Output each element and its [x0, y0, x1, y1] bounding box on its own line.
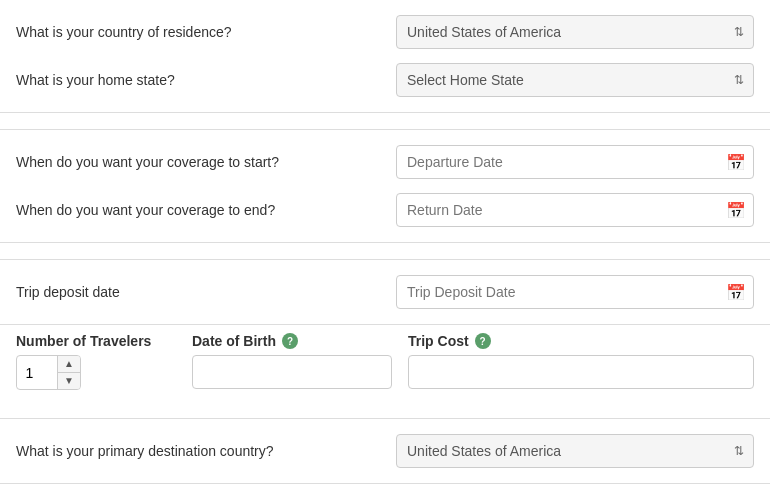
coverage-start-control: 📅	[396, 145, 754, 179]
insurance-form: What is your country of residence? Unite…	[0, 0, 770, 484]
dob-input[interactable]	[192, 355, 392, 389]
travelers-spinner: ▲ ▼	[16, 355, 81, 390]
destination-section: What is your primary destination country…	[0, 419, 770, 484]
country-row: What is your country of residence? Unite…	[16, 12, 754, 52]
deposit-date-row: Trip deposit date 📅	[16, 272, 754, 312]
home-state-control: Select Home State ⇅	[396, 63, 754, 97]
departure-date-input[interactable]	[396, 145, 754, 179]
dob-field-label: Date of Birth	[192, 333, 276, 349]
trip-cost-field-label: Trip Cost	[408, 333, 469, 349]
return-date-input[interactable]	[396, 193, 754, 227]
spinner-down-button[interactable]: ▼	[58, 373, 80, 389]
home-state-label: What is your home state?	[16, 72, 396, 88]
country-label: What is your country of residence?	[16, 24, 396, 40]
coverage-start-label: When do you want your coverage to start?	[16, 154, 396, 170]
return-date-calendar-icon[interactable]: 📅	[726, 201, 746, 220]
home-state-select[interactable]: Select Home State	[396, 63, 754, 97]
dob-section: Date of Birth ?	[192, 333, 392, 389]
country-section: What is your country of residence? Unite…	[0, 0, 770, 113]
trip-cost-info-icon[interactable]: ?	[475, 333, 491, 349]
spacer-1	[0, 113, 770, 130]
deposit-date-input[interactable]	[396, 275, 754, 309]
return-date-wrapper: 📅	[396, 193, 754, 227]
departure-date-wrapper: 📅	[396, 145, 754, 179]
dob-label-row: Date of Birth ?	[192, 333, 392, 349]
deposit-date-calendar-icon[interactable]: 📅	[726, 283, 746, 302]
deposit-date-control: 📅	[396, 275, 754, 309]
destination-label: What is your primary destination country…	[16, 443, 396, 459]
travelers-input[interactable]	[17, 359, 57, 387]
spinner-up-button[interactable]: ▲	[58, 356, 80, 373]
trip-cost-label-row: Trip Cost ?	[408, 333, 754, 349]
spacer-3	[0, 402, 770, 419]
travelers-label: Number of Travelers	[16, 333, 176, 349]
home-state-row: What is your home state? Select Home Sta…	[16, 60, 754, 100]
coverage-dates-section: When do you want your coverage to start?…	[0, 130, 770, 243]
coverage-start-row: When do you want your coverage to start?…	[16, 142, 754, 182]
travelers-row: Number of Travelers ▲ ▼ Date of Birth ? …	[0, 325, 770, 402]
departure-date-calendar-icon[interactable]: 📅	[726, 153, 746, 172]
destination-select[interactable]: United States of America	[396, 434, 754, 468]
spinner-buttons: ▲ ▼	[57, 356, 80, 389]
deposit-section: Trip deposit date 📅	[0, 260, 770, 325]
trip-cost-input[interactable]	[408, 355, 754, 389]
travelers-section: Number of Travelers ▲ ▼	[16, 333, 176, 390]
dob-info-icon[interactable]: ?	[282, 333, 298, 349]
deposit-date-wrapper: 📅	[396, 275, 754, 309]
destination-select-wrapper: United States of America ⇅	[396, 434, 754, 468]
coverage-end-control: 📅	[396, 193, 754, 227]
coverage-end-label: When do you want your coverage to end?	[16, 202, 396, 218]
coverage-end-row: When do you want your coverage to end? 📅	[16, 190, 754, 230]
deposit-date-label: Trip deposit date	[16, 284, 396, 300]
spacer-2	[0, 243, 770, 260]
destination-control: United States of America ⇅	[396, 434, 754, 468]
country-select[interactable]: United States of America	[396, 15, 754, 49]
trip-cost-section: Trip Cost ?	[408, 333, 754, 389]
destination-row: What is your primary destination country…	[16, 431, 754, 471]
country-select-wrapper: United States of America ⇅	[396, 15, 754, 49]
country-control: United States of America ⇅	[396, 15, 754, 49]
home-state-select-wrapper: Select Home State ⇅	[396, 63, 754, 97]
